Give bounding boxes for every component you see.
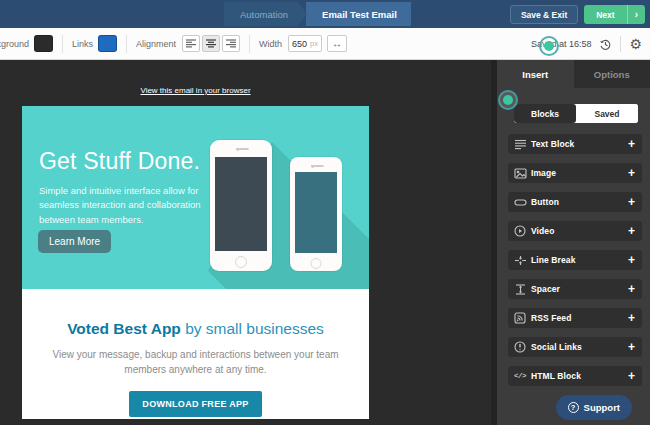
block-label: Social Links — [531, 342, 628, 352]
breadcrumb-current-step[interactable]: Email Test Email — [306, 2, 411, 26]
blocks-saved-toggle: Blocks Saved — [514, 104, 638, 123]
block-label: RSS Feed — [531, 313, 628, 323]
breadcrumb-arrow-icon — [298, 2, 307, 26]
settings-button[interactable]: ⚙ — [629, 36, 642, 52]
toggle-saved[interactable]: Saved — [576, 104, 638, 123]
add-icon[interactable]: + — [628, 138, 635, 150]
breadcrumb-current-label: Email Test Email — [322, 9, 397, 20]
support-label: Support — [584, 402, 620, 413]
block-social-links[interactable]: Social Links + — [508, 337, 642, 357]
topbar-actions: Save & Exit Next › — [510, 5, 645, 24]
breadcrumb-automation-label: Automation — [240, 9, 288, 20]
breadcrumb-automation[interactable]: Automation — [224, 2, 298, 26]
background-label: Background — [0, 39, 29, 49]
headline-strong: Voted Best App — [67, 320, 181, 337]
email-lower-section[interactable]: Voted Best App by small businesses View … — [22, 289, 369, 417]
background-color-swatch[interactable] — [34, 35, 53, 52]
image-icon — [514, 168, 531, 179]
add-icon[interactable]: + — [628, 167, 635, 179]
full-width-button[interactable]: ↔ — [327, 35, 347, 52]
top-bar: Automation Email Test Email Save & Exit … — [0, 0, 650, 28]
phone-mockup-small — [290, 157, 342, 271]
block-video[interactable]: Video + — [508, 221, 642, 241]
block-line-break[interactable]: Line Break + — [508, 250, 642, 270]
spacer-icon — [514, 284, 531, 295]
history-button[interactable] — [599, 38, 612, 51]
block-button[interactable]: Button + — [508, 192, 642, 212]
support-button[interactable]: ? Support — [556, 395, 632, 420]
align-center-button[interactable] — [202, 35, 220, 52]
block-label: HTML Block — [531, 371, 628, 381]
hero-body-text: Simple and intuitive interface allow for… — [39, 184, 201, 227]
download-free-app-button[interactable]: DOWNLOAD FREE APP — [129, 391, 261, 417]
width-label: Width — [259, 39, 282, 49]
tab-insert[interactable]: Insert — [497, 60, 574, 88]
email-canvas: View this email in your browser Get Stuf… — [0, 60, 497, 425]
block-label: Video — [531, 226, 628, 236]
block-html[interactable]: </> HTML Block + — [508, 366, 642, 386]
html-glyph: </> — [514, 372, 526, 380]
tab-options[interactable]: Options — [574, 60, 650, 88]
toggle-blocks-label: Blocks — [531, 109, 559, 119]
width-unit: px — [310, 39, 318, 48]
phone-mockup-large — [210, 140, 272, 271]
add-icon[interactable]: + — [628, 283, 635, 295]
lower-body-text: View your message, backup and interactio… — [40, 347, 352, 377]
save-exit-button[interactable]: Save & Exit — [510, 5, 578, 24]
phone-speaker — [311, 165, 324, 167]
block-text[interactable]: Text Block + — [508, 134, 642, 154]
phone-screen — [215, 157, 267, 251]
question-icon: ? — [568, 402, 579, 413]
width-input[interactable] — [292, 39, 310, 49]
toolbar-divider — [126, 35, 127, 53]
add-icon[interactable]: + — [628, 312, 635, 324]
email-hero-section[interactable]: Get Stuff Done. Simple and intuitive int… — [22, 106, 369, 289]
toolbar-divider — [249, 35, 250, 53]
breadcrumb: Automation Email Test Email — [224, 2, 411, 26]
add-icon[interactable]: + — [628, 196, 635, 208]
rss-feed-icon — [514, 312, 531, 324]
next-caret-icon[interactable]: › — [627, 5, 645, 24]
email-preview[interactable]: Get Stuff Done. Simple and intuitive int… — [22, 106, 369, 419]
alignment-group — [182, 35, 240, 52]
block-rss-feed[interactable]: RSS Feed + — [508, 308, 642, 328]
tab-options-label: Options — [594, 69, 630, 80]
add-icon[interactable]: + — [628, 370, 635, 382]
links-color-swatch[interactable] — [98, 35, 117, 52]
video-icon — [514, 225, 531, 237]
sidebar-tabs: Insert Options — [497, 60, 650, 88]
toggle-saved-label: Saved — [594, 109, 619, 119]
alignment-label: Alignment — [136, 39, 176, 49]
links-label: Links — [72, 39, 93, 49]
hero-title: Get Stuff Done. — [39, 148, 200, 175]
resize-icon: ↔ — [332, 38, 342, 49]
next-label: Next — [584, 10, 626, 20]
html-block-icon: </> — [514, 372, 531, 380]
block-label: Image — [531, 168, 628, 178]
phone-home-button — [235, 256, 247, 268]
download-label: DOWNLOAD FREE APP — [142, 399, 248, 409]
width-input-box: px — [288, 35, 322, 52]
add-icon[interactable]: + — [628, 254, 635, 266]
learn-more-button[interactable]: Learn More — [38, 230, 111, 253]
block-image[interactable]: Image + — [508, 163, 642, 183]
text-block-icon — [514, 139, 531, 150]
align-left-button[interactable] — [182, 35, 200, 52]
toolbar-divider — [62, 35, 63, 53]
add-icon[interactable]: + — [628, 341, 635, 353]
next-button[interactable]: Next › — [584, 5, 645, 24]
history-icon — [599, 38, 612, 51]
insert-sidebar: Insert Options Blocks Saved Text Block +… — [497, 60, 650, 425]
align-right-button[interactable] — [222, 35, 240, 52]
toggle-blocks[interactable]: Blocks — [514, 104, 576, 123]
block-spacer[interactable]: Spacer + — [508, 279, 642, 299]
hotspot-insert-panel[interactable] — [498, 90, 518, 110]
headline-rest: by small businesses — [181, 320, 324, 337]
align-left-icon — [186, 39, 196, 48]
block-label: Text Block — [531, 139, 628, 149]
add-icon[interactable]: + — [628, 225, 635, 237]
toolbar-divider — [620, 36, 621, 52]
gear-icon: ⚙ — [629, 36, 642, 52]
view-in-browser-link[interactable]: View this email in your browser — [22, 86, 369, 95]
hotspot-saved-status[interactable] — [539, 36, 559, 56]
